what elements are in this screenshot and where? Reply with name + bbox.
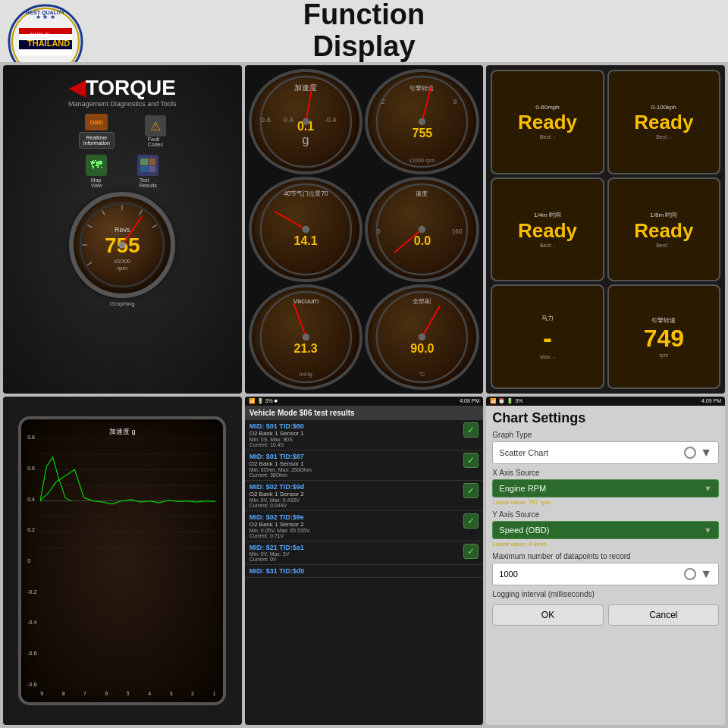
gauge-throttle: 40节气门位置70 14.1 — [249, 177, 363, 282]
main-gauge: Revs 755 x1000rpm — [69, 192, 175, 298]
gauge-rpm: 引擎转速 2 8 x1000 rpm 755 — [365, 69, 479, 174]
perf-quarter-sub: Best: - — [540, 243, 555, 248]
checkmark-2: ✓ — [463, 453, 479, 468]
max-points-value: 1000 — [499, 570, 517, 579]
obd-status-bar: 📶 🔋 3% ■ 4:08 PM — [245, 397, 484, 406]
panel-graph: 加速度 g 0.8 0.6 0.4 0.2 0 -0.2 -0.4 -0.6 -… — [3, 397, 242, 725]
perf-0-60mph: 0-60mph Ready Best: - — [491, 70, 604, 174]
svg-rect-9 — [19, 49, 72, 55]
svg-point-29 — [302, 118, 309, 126]
svg-text:Vacuum: Vacuum — [293, 297, 318, 305]
x-axis-hint: Latest value: 757 rpm — [492, 499, 719, 506]
fault-icon: ⚠ — [145, 115, 166, 136]
interval-label: Logging interval (milliseconds) — [492, 590, 719, 598]
svg-text:-0.4: -0.4 — [324, 115, 337, 124]
svg-text:x1000 rpm: x1000 rpm — [410, 158, 435, 164]
y-axis-hint: Latest value: 0 km/h — [492, 541, 719, 548]
svg-line-14 — [87, 262, 92, 265]
obd-entry-3: MID: $02 TID:$9d O2 Bank 1 Sensor 2 Min:… — [245, 481, 484, 511]
test-grid — [140, 158, 155, 172]
obd-time: 4:08 PM — [460, 398, 479, 404]
panel-obd-test: 📶 🔋 3% ■ 4:08 PM Vehicle Mode $06 test r… — [245, 397, 484, 725]
svg-line-19 — [140, 210, 143, 215]
y-axis-arrow[interactable]: ▼ — [704, 526, 712, 535]
perf-eighth-sub: Best: - — [656, 243, 671, 248]
svg-point-40 — [302, 226, 309, 234]
map-block: 🗺 MapView — [86, 155, 107, 188]
obd-entry-5: MID: $21 TID:$a1 Min: 0V, Max: 3VCurrent… — [245, 541, 484, 565]
graph-type-chevron[interactable]: ▼ — [700, 446, 712, 460]
perf-0-60-sub: Best: - — [540, 134, 555, 140]
perf-eighth-label: 1/8m 时间 — [650, 211, 677, 219]
graph-type-select[interactable]: Scatter Chart ▼ — [492, 441, 719, 464]
svg-text:40节气门位置70: 40节气门位置70 — [284, 190, 328, 197]
torque-icons: OBD RealtimeInformation ⚠ FaultCodes — [79, 114, 166, 149]
perf-hp-sub: Max: - — [540, 354, 554, 359]
y-axis-input[interactable]: Speed (OBD) ▼ — [492, 521, 719, 539]
obd-entry-2: MID: $01 TID:$87 O2 Bank 1 Sensor 1 Min:… — [245, 450, 484, 481]
map-label: MapView — [91, 177, 102, 188]
gauge-vacuum: Vacuum in/Hg 21.3 — [249, 284, 363, 390]
title-line1: Function — [303, 0, 425, 30]
torque-logo: ◀TORQUE — [69, 75, 176, 100]
perf-hp-value: - — [543, 322, 552, 354]
max-points-controls: ▼ — [684, 567, 712, 581]
svg-text:速度: 速度 — [416, 190, 428, 197]
x-axis-arrow[interactable]: ▼ — [704, 484, 712, 493]
fault-label: FaultCodes — [148, 136, 163, 147]
perf-horsepower: 马力 - Max: - — [491, 284, 604, 389]
obd-icon: OBD — [85, 114, 108, 130]
page-title: Function Display — [303, 0, 425, 63]
svg-text:2: 2 — [381, 98, 385, 105]
perf-rpm-label: 引擎转速 — [651, 316, 676, 325]
max-points-arrow[interactable]: ▼ — [700, 567, 712, 581]
x-axis-input[interactable]: Engine RPM ▼ — [492, 479, 719, 497]
realtime-block[interactable]: RealtimeInformation — [79, 132, 115, 149]
perf-0-100-sub: Best: - — [656, 134, 671, 140]
y-axis-value: Speed (OBD) — [499, 526, 549, 535]
perf-0-60-value: Ready — [518, 111, 577, 134]
perf-0-60-label: 0-60mph — [535, 104, 560, 111]
gauge-speed: 速度 0 160 0.0 — [365, 177, 479, 282]
svg-text:0: 0 — [377, 228, 381, 235]
perf-0-100-label: 0-100kph — [651, 104, 676, 111]
svg-line-20 — [152, 224, 157, 228]
checkmark-4: ✓ — [463, 513, 479, 529]
svg-line-39 — [275, 212, 306, 230]
svg-text:加速度: 加速度 — [294, 83, 317, 92]
gauge-acceleration: 加速度 0.4 0.6 -0.4 0.1 g — [249, 69, 363, 174]
app-name: TORQUE — [86, 76, 176, 99]
svg-line-45 — [394, 230, 422, 253]
graph-container: 加速度 g 0.8 0.6 0.4 0.2 0 -0.2 -0.4 -0.6 -… — [18, 416, 226, 705]
test-icon — [137, 155, 158, 176]
checkmark-5: ✓ — [463, 544, 479, 559]
torque-subtitle: Management Diagnostics and Tools — [68, 100, 176, 108]
svg-text:in/Hg: in/Hg — [300, 372, 312, 378]
perf-engine-rpm: 引擎转速 749 rpm — [607, 284, 720, 389]
max-points-input[interactable]: 1000 ▼ — [492, 563, 719, 585]
perf-hp-label: 马力 — [541, 314, 554, 322]
graph-y-axis: 0.8 0.6 0.4 0.2 0 -0.2 -0.4 -0.6 -0.8 — [27, 435, 36, 687]
checkmark-1: ✓ — [463, 422, 479, 438]
perf-rpm-value: 749 — [644, 325, 684, 353]
gauge-temp: 全部刷 °C 90.0 — [365, 284, 479, 390]
ok-button[interactable]: OK — [492, 604, 603, 626]
x-axis-value: Engine RPM — [499, 484, 546, 493]
torque-icons-row2: 🗺 MapView TestResults — [86, 155, 158, 188]
max-points-label: Maximum number of datapoints to record — [492, 552, 719, 560]
svg-text:8: 8 — [454, 98, 458, 105]
svg-line-17 — [102, 210, 105, 215]
svg-point-46 — [419, 226, 426, 234]
svg-text:160: 160 — [452, 228, 463, 235]
graph-type-radio: ▼ — [684, 446, 712, 460]
panel-chart-settings: 📶 ⏰ 🔋 3% 4:09 PM Chart Settings Graph Ty… — [486, 397, 725, 725]
panel-gauges: 加速度 0.4 0.6 -0.4 0.1 g 引擎转速 2 8 x1000 rp… — [245, 65, 484, 394]
svg-text:THAILAND: THAILAND — [27, 39, 70, 48]
graph-type-label: Graph Type — [492, 431, 719, 439]
graphing-label: Graphing — [110, 300, 135, 307]
cancel-button[interactable]: Cancel — [608, 604, 719, 626]
header: ★ ★ ★ BEST QUALITY MADE IN THAILAND BEST… — [0, 0, 728, 62]
obd-entry-1: MID: $01 TID:$80 O2 Bank 1 Sensor 1 Min:… — [245, 420, 484, 450]
obd-block: OBD RealtimeInformation — [79, 114, 115, 149]
obd-entry-4: MID: $02 TID:$9e O2 Bank 1 Sensor 2 Min:… — [245, 511, 484, 541]
